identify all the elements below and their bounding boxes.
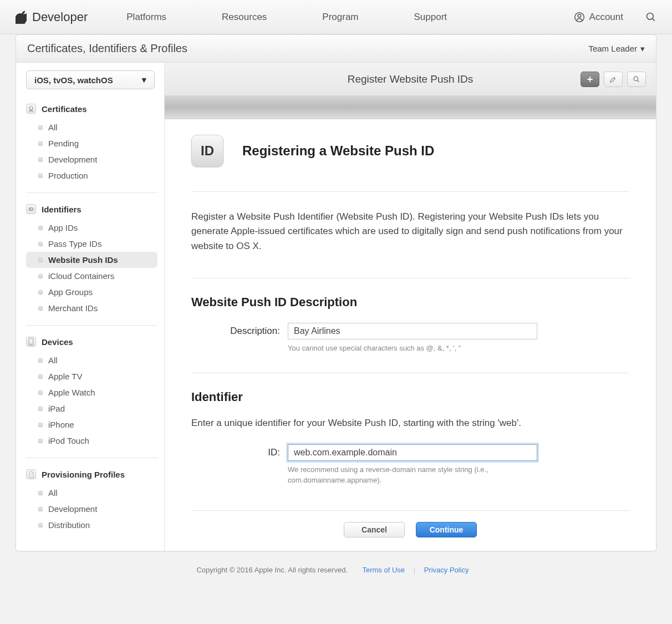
search-button[interactable]: [627, 72, 646, 87]
main-panel: Certificates, Identifiers & Profiles Tea…: [16, 34, 656, 551]
id-input[interactable]: [288, 444, 537, 461]
bullet-icon: [38, 407, 43, 411]
sidebar-item-app-ids[interactable]: App IDs: [26, 220, 157, 236]
sidebar-item-iphone[interactable]: iPhone: [26, 417, 157, 433]
sidebar-item-dev-all[interactable]: All: [26, 352, 157, 368]
gradient-band: [165, 96, 656, 119]
certificate-icon: [26, 104, 36, 114]
divider: [191, 278, 629, 278]
sidebar-item-cert-development[interactable]: Development: [26, 151, 157, 168]
bullet-icon: [38, 274, 43, 278]
sidebar-item-apple-watch[interactable]: Apple Watch: [26, 384, 157, 400]
svg-point-3: [29, 106, 33, 110]
bullet-icon: [38, 226, 43, 230]
bullet-icon: [38, 174, 43, 178]
apple-logo-icon: [16, 11, 27, 24]
divider: [26, 458, 157, 458]
nav-support[interactable]: Support: [414, 12, 447, 23]
platform-select[interactable]: iOS, tvOS, watchOS ▾: [26, 70, 155, 89]
bullet-icon: [38, 358, 43, 363]
sidebar-item-prov-all[interactable]: All: [26, 485, 157, 501]
id-label: ID:: [191, 444, 280, 458]
bullet-icon: [38, 423, 43, 427]
footer: Copyright © 2016 Apple Inc. All rights r…: [0, 551, 672, 589]
sidebar-item-app-groups[interactable]: App Groups: [26, 284, 157, 300]
sidebar-item-ipod-touch[interactable]: iPod Touch: [26, 433, 157, 449]
role-dropdown[interactable]: Team Leader ▾: [588, 44, 645, 54]
bullet-icon: [38, 507, 43, 511]
cancel-button[interactable]: Cancel: [344, 522, 405, 537]
hero-title: Registering a Website Push ID: [242, 143, 434, 159]
bullet-icon: [38, 242, 43, 246]
svg-point-1: [578, 14, 581, 17]
separator: |: [414, 566, 415, 574]
nav-platforms[interactable]: Platforms: [126, 12, 166, 23]
divider: [191, 373, 629, 373]
platform-label: iOS, tvOS, watchOS: [34, 75, 113, 85]
sidebar-item-cert-all[interactable]: All: [26, 119, 157, 135]
group-title: Identifiers: [42, 205, 82, 214]
search-icon: [633, 75, 640, 83]
role-label: Team Leader: [588, 44, 637, 53]
brand-text: Developer: [32, 10, 88, 24]
group-certificates: Certificates All Pending Development Pro…: [26, 100, 157, 184]
bullet-icon: [38, 374, 43, 379]
nav-program[interactable]: Program: [322, 12, 358, 23]
action-bar: Cancel Continue: [165, 511, 656, 551]
bullet-icon: [38, 141, 43, 146]
sidebar-item-merchant-ids[interactable]: Merchant IDs: [26, 300, 157, 316]
divider: [191, 191, 629, 192]
copyright: Copyright © 2016 Apple Inc. All rights r…: [196, 566, 348, 574]
description-input[interactable]: [288, 323, 537, 339]
edit-button[interactable]: [604, 72, 623, 87]
brand[interactable]: Developer: [16, 10, 88, 24]
top-nav: Developer Platforms Resources Program Su…: [0, 0, 672, 34]
chevron-down-icon: ▾: [640, 44, 645, 54]
divider: [26, 192, 157, 193]
group-identifiers: ID Identifiers App IDs Pass Type IDs Web…: [26, 201, 157, 316]
sidebar-item-website-push-ids[interactable]: Website Push IDs: [26, 252, 157, 268]
description-hint: You cannot use special characters such a…: [288, 343, 537, 354]
bullet-icon: [38, 258, 43, 262]
nav-resources[interactable]: Resources: [222, 12, 267, 23]
main-toolbar: Register Website Push IDs: [165, 63, 656, 96]
edit-icon: [609, 75, 617, 83]
panel-title: Certificates, Identifiers & Profiles: [27, 42, 187, 55]
bullet-icon: [38, 491, 43, 495]
sidebar-item-cert-production[interactable]: Production: [26, 168, 157, 184]
divider: [26, 325, 157, 326]
content: ID Registering a Website Push ID Registe…: [165, 119, 656, 503]
terms-link[interactable]: Terms of Use: [362, 566, 405, 574]
group-title: Certificates: [42, 104, 87, 114]
identifier-sub: Enter a unique identifier for your Websi…: [191, 418, 629, 429]
group-provisioning: Provisioning Profiles All Development Di…: [26, 466, 157, 533]
svg-point-5: [30, 344, 31, 344]
id-hint: We recommend using a reverse-domain name…: [288, 464, 537, 486]
account-link[interactable]: Account: [574, 12, 623, 23]
bullet-icon: [38, 439, 43, 443]
intro-text: Register a Website Push Identifier (Webs…: [191, 210, 629, 253]
bullet-icon: [38, 125, 43, 130]
profile-icon: [26, 469, 36, 479]
sidebar-item-prov-distribution[interactable]: Distribution: [26, 517, 157, 533]
svg-point-6: [634, 77, 638, 81]
toolbar-title: Register Website Push IDs: [348, 73, 474, 85]
bullet-icon: [38, 523, 43, 527]
svg-point-2: [647, 13, 654, 19]
bullet-icon: [38, 390, 43, 395]
search-icon[interactable]: [645, 12, 656, 23]
sidebar-item-icloud-containers[interactable]: iCloud Containers: [26, 268, 157, 284]
group-title: Devices: [42, 337, 73, 347]
id-badge-icon: ID: [191, 135, 223, 167]
identifier-section-title: Identifier: [191, 390, 629, 404]
continue-button[interactable]: Continue: [416, 522, 477, 537]
sidebar-item-apple-tv[interactable]: Apple TV: [26, 368, 157, 384]
sidebar-item-cert-pending[interactable]: Pending: [26, 135, 157, 151]
account-icon: [574, 12, 585, 23]
privacy-link[interactable]: Privacy Policy: [424, 566, 469, 574]
sidebar-item-prov-development[interactable]: Development: [26, 501, 157, 517]
sidebar-item-pass-type-ids[interactable]: Pass Type IDs: [26, 236, 157, 252]
add-button[interactable]: [581, 72, 599, 87]
sidebar-item-ipad[interactable]: iPad: [26, 400, 157, 417]
bullet-icon: [38, 158, 43, 162]
